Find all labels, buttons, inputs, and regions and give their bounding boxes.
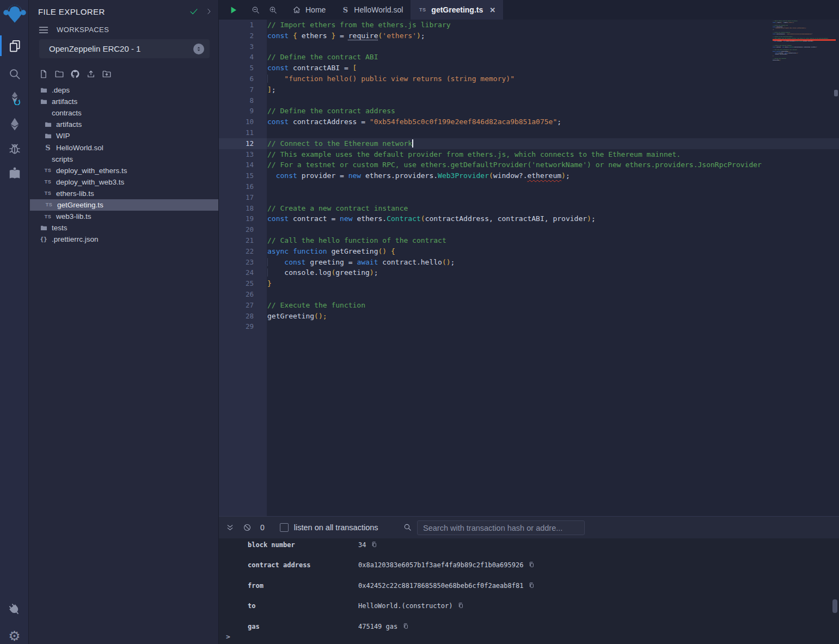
- search-icon[interactable]: [0, 62, 29, 86]
- journal-row-from: from0x42452c22c88178685850e68beb6cf0f2ae…: [219, 580, 839, 600]
- upload-file-icon[interactable]: [85, 69, 96, 79]
- journal-value: 34: [358, 541, 366, 549]
- file-explorer-toolbar: [38, 68, 112, 81]
- ts-badge-icon: TS: [45, 201, 53, 209]
- tab-helloworld-sol[interactable]: SHelloWorld.sol: [333, 0, 411, 20]
- tree-item-wip[interactable]: WIP: [29, 130, 218, 142]
- workspace-name: OpenZeppelin ERC20 - 1: [49, 44, 140, 53]
- terminal-panel: 0 listen on all transactions block numbe…: [219, 516, 839, 644]
- tree-item-tests[interactable]: tests: [29, 222, 218, 234]
- line-number: 19: [219, 213, 254, 224]
- file-tree: .depsartifactscontractsartifactsWIPSHell…: [29, 84, 218, 245]
- code-editor[interactable]: 1// Import ethers from the ethers.js lib…: [219, 20, 839, 516]
- zoom-out-icon[interactable]: [251, 5, 260, 15]
- folder-open-icon: [39, 155, 48, 163]
- line-number: 2: [219, 30, 254, 41]
- tab-label: Home: [305, 5, 326, 14]
- copy-icon[interactable]: [457, 602, 464, 610]
- line-number: 16: [219, 181, 254, 192]
- deploy-run-icon[interactable]: [0, 112, 29, 136]
- line-number: 22: [219, 246, 254, 257]
- line-number: 24: [219, 267, 254, 278]
- code-line-28: 28getGreeting();: [219, 311, 839, 322]
- chevron-right-icon[interactable]: [205, 8, 213, 15]
- tree-item-label: HelloWorld.sol: [56, 144, 103, 152]
- tree-item-scripts[interactable]: scripts: [29, 154, 218, 165]
- run-script-button[interactable]: [228, 5, 238, 15]
- tree-item-label: deploy_with_web3.ts: [56, 178, 124, 186]
- copy-icon[interactable]: [402, 623, 409, 630]
- editor-tabbar: HomeSHelloWorld.solTSgetGreeting.ts✕: [219, 0, 839, 20]
- pending-transactions-count: 0: [260, 523, 265, 532]
- code-line-6: 6 "function hello() public view returns …: [219, 73, 839, 84]
- editor-minimap[interactable]: // Import ethers from the ethers.js libr…: [773, 20, 836, 129]
- tree-item-getgreeting-ts[interactable]: TSgetGreeting.ts: [30, 199, 218, 211]
- home-icon: [292, 5, 301, 14]
- workspace-select[interactable]: OpenZeppelin ERC20 - 1: [39, 39, 210, 58]
- tree-item-label: tests: [52, 224, 68, 232]
- code-line-18: 18// Create a new contract instance: [219, 203, 839, 214]
- line-number: 13: [219, 149, 254, 160]
- remix-logo-icon[interactable]: [0, 2, 29, 26]
- line-number: 15: [219, 170, 254, 181]
- line-number: 18: [219, 203, 254, 214]
- terminal-collapse-icon[interactable]: [225, 523, 235, 532]
- code-line-29: [773, 61, 836, 63]
- tree-item-artifacts[interactable]: artifacts: [29, 96, 218, 107]
- solidity-compiler-icon[interactable]: [0, 86, 29, 110]
- folder-icon: [44, 132, 52, 140]
- folder-open-icon: [39, 109, 48, 117]
- line-number: 25: [219, 278, 254, 289]
- settings-icon[interactable]: ⚙: [0, 624, 29, 644]
- line-number: 26: [219, 289, 254, 300]
- listen-all-transactions-checkbox[interactable]: [280, 523, 289, 532]
- folder-icon: [39, 224, 48, 232]
- hamburger-menu-icon[interactable]: [38, 25, 49, 34]
- code-line-7: 7];: [219, 84, 839, 95]
- zoom-in-icon[interactable]: [268, 5, 278, 15]
- new-file-icon[interactable]: [38, 69, 49, 79]
- journal-row-to: toHelloWorld.(constructor): [219, 600, 839, 620]
- file-explorer-icon[interactable]: [0, 34, 29, 58]
- journal-row-gas: gas475149 gas: [219, 621, 839, 641]
- code-line-27: 27// Execute the function: [219, 300, 839, 311]
- copy-icon[interactable]: [528, 561, 535, 569]
- tree-item--deps[interactable]: .deps: [29, 84, 218, 96]
- editor-scrollbar-thumb[interactable]: [834, 90, 838, 96]
- tree-item-ethers-lib-ts[interactable]: TSethers-lib.ts: [29, 188, 218, 199]
- github-icon[interactable]: [70, 69, 81, 79]
- code-line-3: 3: [219, 41, 839, 52]
- copy-icon[interactable]: [371, 541, 378, 549]
- solidity-file-icon: S: [341, 5, 350, 14]
- new-folder-icon[interactable]: [54, 69, 65, 79]
- tree-item-helloworld-sol[interactable]: SHelloWorld.sol: [29, 142, 218, 153]
- tree-item-label: getGreeting.ts: [57, 201, 103, 209]
- upload-folder-icon[interactable]: [101, 69, 112, 79]
- tree-item--prettierrc-json[interactable]: {}.prettierrc.json: [29, 234, 218, 245]
- workspace-updown-icon[interactable]: [193, 44, 204, 54]
- tree-item-deploy-with-ethers-ts[interactable]: TSdeploy_with_ethers.ts: [29, 165, 218, 176]
- copy-icon[interactable]: [528, 582, 535, 590]
- code-line-21: 21// Call the hello function of the cont…: [219, 235, 839, 246]
- terminal-prompt[interactable]: >: [226, 633, 230, 641]
- line-number: 10: [219, 116, 254, 127]
- close-tab-icon[interactable]: ✕: [489, 6, 495, 14]
- tree-item-artifacts[interactable]: artifacts: [29, 119, 218, 130]
- learneth-icon[interactable]: [0, 162, 29, 186]
- tab-getgreeting-ts[interactable]: TSgetGreeting.ts✕: [411, 0, 503, 20]
- ts-badge-icon: TS: [44, 178, 52, 186]
- line-number: 17: [219, 192, 254, 203]
- debugger-icon[interactable]: [0, 137, 29, 161]
- code-content[interactable]: 1// Import ethers from the ethers.js lib…: [219, 20, 839, 332]
- terminal-scrollbar-thumb[interactable]: [832, 599, 837, 613]
- plugin-manager-icon[interactable]: [0, 598, 29, 622]
- tree-item-contracts[interactable]: contracts: [29, 107, 218, 119]
- tree-item-web3-lib-ts[interactable]: TSweb3-lib.ts: [29, 211, 218, 222]
- journal-value: 0x8a120383e6057b1f3aef4fa9b89c2f1b0a6959…: [358, 561, 523, 569]
- tree-item-deploy-with-web3-ts[interactable]: TSdeploy_with_web3.ts: [29, 176, 218, 188]
- tab-home[interactable]: Home: [285, 0, 333, 20]
- workspaces-row: WORKSPACES: [38, 24, 109, 35]
- journal-label: from: [248, 582, 358, 590]
- terminal-search-input[interactable]: [417, 520, 585, 535]
- line-number: 5: [219, 63, 254, 73]
